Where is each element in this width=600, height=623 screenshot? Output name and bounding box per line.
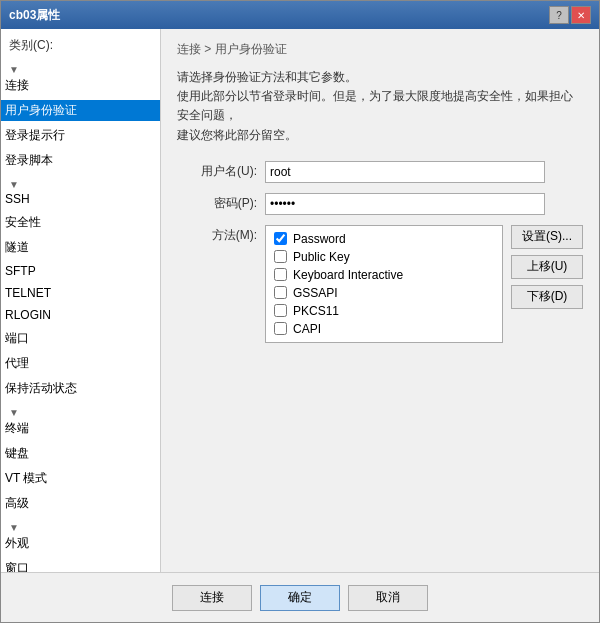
sidebar-item-terminal[interactable]: ▼终端 bbox=[1, 401, 160, 441]
method-checkbox-pkcs11[interactable] bbox=[274, 304, 287, 317]
method-item-capi[interactable]: CAPI bbox=[270, 320, 498, 338]
sidebar-item-login-prompt[interactable]: 登录提示行 bbox=[1, 123, 160, 148]
method-label-publickey: Public Key bbox=[293, 250, 350, 264]
connect-button[interactable]: 连接 bbox=[172, 585, 252, 611]
description-line3: 建议您将此部分留空。 bbox=[177, 126, 583, 145]
method-buttons: 设置(S)... 上移(U) 下移(D) bbox=[511, 225, 583, 309]
sidebar-item-appearance[interactable]: ▼外观 bbox=[1, 516, 160, 556]
method-label: 方法(M): bbox=[177, 225, 257, 244]
sidebar-item-ssh[interactable]: ▼SSH bbox=[1, 173, 160, 210]
sidebar-item-tunnel[interactable]: 隧道 bbox=[1, 235, 160, 260]
breadcrumb: 连接 > 用户身份验证 bbox=[177, 41, 583, 58]
sidebar-item-advanced[interactable]: 高级 bbox=[1, 491, 160, 516]
window-title: cb03属性 bbox=[9, 7, 60, 24]
method-item-pkcs11[interactable]: PKCS11 bbox=[270, 302, 498, 320]
method-row: 方法(M): Password Public Key Keyboard Inte… bbox=[177, 225, 583, 343]
sidebar-item-port[interactable]: 端口 bbox=[1, 326, 160, 351]
password-input[interactable] bbox=[265, 193, 545, 215]
main-content: 连接 > 用户身份验证 请选择身份验证方法和其它参数。 使用此部分以节省登录时间… bbox=[161, 29, 599, 572]
footer: 连接 确定 取消 bbox=[1, 572, 599, 622]
method-checkbox-gssapi[interactable] bbox=[274, 286, 287, 299]
password-label: 密码(P): bbox=[177, 195, 257, 212]
help-button[interactable]: ? bbox=[549, 6, 569, 24]
sidebar-item-user-auth[interactable]: 用户身份验证 bbox=[1, 98, 160, 123]
title-bar-buttons: ? ✕ bbox=[549, 6, 591, 24]
dialog-body: 类别(C): ▼连接 用户身份验证 登录提示行 登录脚本 ▼SSH 安全性 隧道 bbox=[1, 29, 599, 572]
category-label: 类别(C): bbox=[1, 33, 160, 58]
username-input[interactable] bbox=[265, 161, 545, 183]
sidebar-item-keepalive[interactable]: 保持活动状态 bbox=[1, 376, 160, 401]
method-list: Password Public Key Keyboard Interactive… bbox=[265, 225, 503, 343]
ok-button[interactable]: 确定 bbox=[260, 585, 340, 611]
method-item-publickey[interactable]: Public Key bbox=[270, 248, 498, 266]
sidebar-item-window[interactable]: 窗口 bbox=[1, 556, 160, 572]
close-button[interactable]: ✕ bbox=[571, 6, 591, 24]
method-label-pkcs11: PKCS11 bbox=[293, 304, 339, 318]
sidebar-item-rlogin[interactable]: RLOGIN bbox=[1, 304, 160, 326]
method-label-capi: CAPI bbox=[293, 322, 321, 336]
cancel-button[interactable]: 取消 bbox=[348, 585, 428, 611]
up-button[interactable]: 上移(U) bbox=[511, 255, 583, 279]
title-bar: cb03属性 ? ✕ bbox=[1, 1, 599, 29]
sidebar-item-security[interactable]: 安全性 bbox=[1, 210, 160, 235]
sidebar-item-vt-mode[interactable]: VT 模式 bbox=[1, 466, 160, 491]
method-checkbox-capi[interactable] bbox=[274, 322, 287, 335]
sidebar: 类别(C): ▼连接 用户身份验证 登录提示行 登录脚本 ▼SSH 安全性 隧道 bbox=[1, 29, 161, 572]
method-label-keyboard: Keyboard Interactive bbox=[293, 268, 403, 282]
method-checkbox-password[interactable] bbox=[274, 232, 287, 245]
method-checkbox-keyboard[interactable] bbox=[274, 268, 287, 281]
dialog-window: cb03属性 ? ✕ 类别(C): ▼连接 用户身份验证 登录提示行 登录脚本 … bbox=[0, 0, 600, 623]
method-item-gssapi[interactable]: GSSAPI bbox=[270, 284, 498, 302]
sidebar-item-sftp[interactable]: SFTP bbox=[1, 260, 160, 282]
method-label-gssapi: GSSAPI bbox=[293, 286, 338, 300]
down-button[interactable]: 下移(D) bbox=[511, 285, 583, 309]
method-item-password[interactable]: Password bbox=[270, 230, 498, 248]
description-line1: 请选择身份验证方法和其它参数。 bbox=[177, 68, 583, 87]
description-line2: 使用此部分以节省登录时间。但是，为了最大限度地提高安全性，如果担心安全问题， bbox=[177, 87, 583, 125]
sidebar-item-proxy[interactable]: 代理 bbox=[1, 351, 160, 376]
password-row: 密码(P): bbox=[177, 193, 583, 215]
username-row: 用户名(U): bbox=[177, 161, 583, 183]
method-label-password: Password bbox=[293, 232, 346, 246]
settings-button[interactable]: 设置(S)... bbox=[511, 225, 583, 249]
method-item-keyboard[interactable]: Keyboard Interactive bbox=[270, 266, 498, 284]
sidebar-item-keyboard[interactable]: 键盘 bbox=[1, 441, 160, 466]
sidebar-item-telnet[interactable]: TELNET bbox=[1, 282, 160, 304]
method-checkbox-publickey[interactable] bbox=[274, 250, 287, 263]
description: 请选择身份验证方法和其它参数。 使用此部分以节省登录时间。但是，为了最大限度地提… bbox=[177, 68, 583, 145]
sidebar-item-login-script[interactable]: 登录脚本 bbox=[1, 148, 160, 173]
username-label: 用户名(U): bbox=[177, 163, 257, 180]
sidebar-item-connection[interactable]: ▼连接 bbox=[1, 58, 160, 98]
